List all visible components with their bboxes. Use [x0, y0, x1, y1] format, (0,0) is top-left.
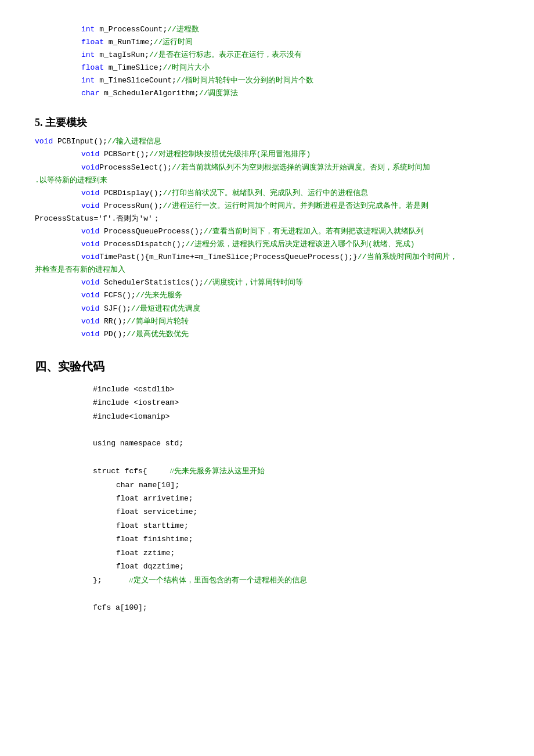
kw-int-2: int	[81, 51, 95, 59]
kw-int-1: int	[81, 25, 95, 34]
field-4: float m_TimeSlice;//时间片大小	[35, 62, 499, 74]
module-rr: void RR();//简单时间片轮转	[35, 315, 499, 328]
code-finishtime: float finishtime;	[93, 532, 499, 546]
comment-processrun: //进程运行一次。运行时间加个时间片。并判断进程是否达到完成条件。若是则	[163, 201, 428, 210]
module-pcbsort: void PCBSort();//对进程控制块按照优先级排序(采用冒泡排序)	[35, 148, 499, 161]
module-processqueue: void ProcessQueueProcess();//查看当前时间下，有无进…	[35, 225, 499, 238]
comment-processqueue: //查看当前时间下，有无进程加入。若有则把该进程调入就绪队列	[204, 227, 424, 236]
kw-float-2: float	[81, 63, 104, 72]
comment-3: //是否在运行标志。表示正在运行，表示没有	[149, 51, 302, 59]
field-6: char m_SchedulerAlgorithm;//调度算法	[35, 87, 499, 100]
code-name: char name[10];	[93, 478, 499, 492]
comment-4: //时间片大小	[163, 63, 210, 72]
kw-void-2: void	[81, 150, 99, 159]
field-rest-2: m_RunTime;	[104, 38, 154, 46]
kw-void-6: void	[81, 227, 99, 236]
code-starttime: float starttime;	[93, 519, 499, 532]
processselect-cont: .以等待新的进程到来	[35, 174, 499, 187]
module-fcfs: void FCFS();//先来先服务	[35, 289, 499, 302]
module-pcbinput: void PCBInput();//输入进程信息	[35, 135, 499, 148]
section5-heading: 5. 主要模块	[35, 114, 499, 131]
code-blank-1	[93, 423, 499, 437]
code-using: using namespace std;	[93, 437, 499, 450]
comment-6: //调度算法	[199, 89, 239, 98]
kw-void-11: void	[81, 304, 99, 313]
field-rest-5: m_TimeSliceCount;	[95, 76, 176, 85]
code-fcfs-array: fcfs a[100];	[93, 601, 499, 614]
module-processdispatch: void ProcessDispatch();//进程分派，进程执行完成后决定进…	[35, 238, 499, 251]
comment-scheduler-stats: //调度统计，计算周转时间等	[204, 278, 304, 287]
field-2: float m_RunTime;//运行时间	[35, 36, 499, 49]
kw-float-1: float	[81, 38, 104, 46]
section5: 5. 主要模块 void PCBInput();//输入进程信息 void PC…	[35, 114, 499, 341]
comment-pcbdisplay: //打印当前状况下。就绪队列、完成队列、运行中的进程信息	[163, 189, 368, 197]
code-blank-2	[93, 451, 499, 464]
code-servicetime: float servicetime;	[93, 505, 499, 519]
field-rest-6: m_SchedulerAlgorithm;	[99, 89, 199, 98]
module-sjf: void SJF();//最短进程优先调度	[35, 303, 499, 315]
comment-pcbinput: //输入进程信息	[107, 137, 162, 146]
field-rest-4: m_TimeSlice;	[104, 63, 163, 72]
module-scheduler-stats: void SchedulerStatistics();//调度统计，计算周转时间…	[35, 276, 499, 289]
kw-char-1: char	[81, 89, 99, 98]
comment-processselect: //若当前就绪队列不为空则根据选择的调度算法开始调度。否则，系统时间加	[172, 163, 430, 172]
code-area: #include <cstdlib> #include <iostream> #…	[35, 383, 499, 615]
kw-void-3: void	[81, 163, 99, 172]
field-rest-3: m_tagIsRun;	[95, 51, 149, 59]
code-struct-close: }; //定义一个结构体，里面包含的有一个进程相关的信息	[93, 573, 499, 587]
module-pcbdisplay: void PCBDisplay();//打印当前状况下。就绪队列、完成队列、运行…	[35, 187, 499, 200]
kw-void-12: void	[81, 317, 99, 326]
module-pd: void PD();//最高优先数优先	[35, 328, 499, 341]
comment-2: //运行时间	[154, 38, 193, 46]
comment-rr: //简单时间片轮转	[127, 317, 189, 326]
comment-1: //进程数	[167, 25, 199, 34]
code-zztime: float zztime;	[93, 546, 499, 560]
code-include-2: #include <iostream>	[93, 396, 499, 409]
fields-section: int m_ProcessCount;//进程数 float m_RunTime…	[35, 23, 499, 100]
comment-sjf: //最短进程优先调度	[131, 304, 201, 313]
kw-int-3: int	[81, 76, 95, 85]
code-dqzztime: float dqzztime;	[93, 560, 499, 573]
field-5: int m_TimeSliceCount;//指时间片轮转中一次分到的时间片个数	[35, 74, 499, 87]
kw-void-7: void	[81, 240, 99, 249]
kw-void-5: void	[81, 201, 99, 210]
kw-void-4: void	[81, 189, 99, 197]
comment-processdispatch: //进程分派，进程执行完成后决定进程该进入哪个队列(就绪、完成)	[185, 240, 414, 249]
section4: 四、实验代码 #include <cstdlib> #include <iost…	[35, 357, 499, 615]
code-include-1: #include <cstdlib>	[93, 383, 499, 396]
comment-fcfs: //先来先服务	[136, 291, 183, 300]
section4-heading: 四、实验代码	[35, 357, 499, 376]
field-3: int m_tagIsRun;//是否在运行标志。表示正在运行，表示没有	[35, 49, 499, 62]
kw-void-13: void	[81, 330, 99, 339]
code-include-3: #include<iomanip>	[93, 410, 499, 423]
comment-timepast: //当前系统时间加个时间片，	[358, 253, 457, 261]
comment-pd: //最高优先数优先	[127, 330, 189, 339]
module-processselect-wrap: voidProcessSelect();//若当前就绪队列不为空则根据选择的调度…	[35, 161, 499, 187]
kw-void-8: void	[81, 253, 99, 261]
field-1: int m_ProcessCount;//进程数	[35, 23, 499, 36]
code-struct-open: struct fcfs{ //先来先服务算法从这里开始	[93, 464, 499, 478]
processrun-cont: ProcessStatus='f'.否则为'w'；	[35, 213, 499, 225]
kw-void-1: void	[35, 137, 53, 146]
comment-pcbsort: //对进程控制块按照优先级排序(采用冒泡排序)	[149, 150, 311, 159]
kw-void-9: void	[81, 278, 99, 287]
code-blank-3	[93, 588, 499, 601]
module-timepast-wrap: voidTimePast(){m_RunTime+=m_TimeSlice;Pr…	[35, 251, 499, 276]
kw-void-10: void	[81, 291, 99, 300]
comment-5: //指时间片轮转中一次分到的时间片个数	[176, 76, 314, 85]
code-arrivetime: float arrivetime;	[93, 492, 499, 505]
field-rest-1: m_ProcessCount;	[95, 25, 167, 34]
timepast-cont: 并检查是否有新的进程加入	[35, 264, 499, 276]
module-processrun-wrap: void ProcessRun();//进程运行一次。运行时间加个时间片。并判断…	[35, 200, 499, 225]
